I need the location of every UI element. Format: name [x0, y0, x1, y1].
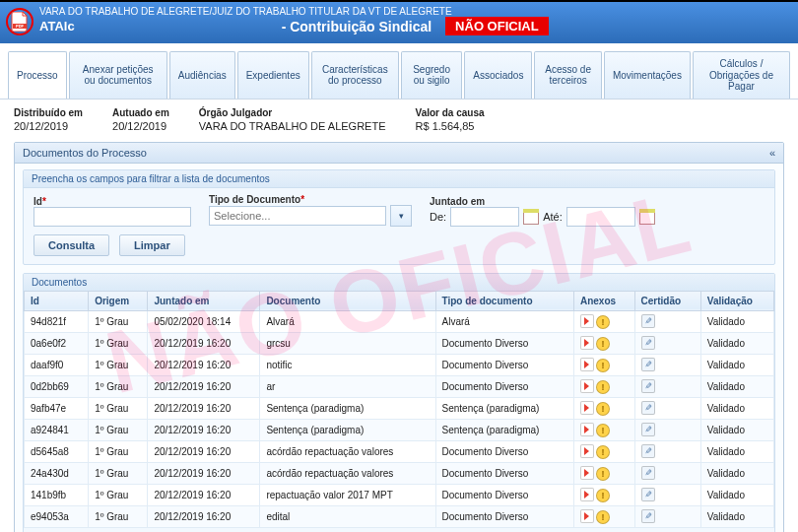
pdf-icon[interactable]	[580, 466, 594, 480]
certidao-cell	[634, 505, 700, 527]
table-row[interactable]: a9248411º Grau20/12/2019 16:20Sentença (…	[25, 419, 774, 440]
cert-icon[interactable]	[641, 358, 655, 371]
tab-9[interactable]: Cálculos / Obrigações de Pagar	[693, 51, 790, 99]
tab-5[interactable]: Segredo ou sigilo	[401, 51, 462, 99]
documentos-list-panel: Documentos IdOrigemJuntado emDocumentoTi…	[23, 273, 775, 533]
date-from-input[interactable]	[450, 207, 519, 227]
cert-icon[interactable]	[641, 444, 655, 458]
calendar-from-icon[interactable]	[523, 209, 539, 225]
tipo-input[interactable]	[209, 206, 386, 226]
table-cell: 9afb47e	[25, 397, 89, 419]
table-row[interactable]: 9afb47e1º Grau20/12/2019 16:20Sentença (…	[25, 397, 774, 419]
warn-icon[interactable]	[596, 445, 610, 459]
valor-value: R$ 1.564,85	[416, 120, 485, 132]
table-cell: 20/12/2019 16:20	[148, 354, 260, 375]
header-case-code: ATAlc	[39, 19, 75, 33]
consulta-button[interactable]: Consulta	[33, 234, 109, 256]
warn-icon[interactable]	[596, 359, 610, 372]
table-cell: e94053a	[25, 505, 89, 527]
autuado-label: Autuado em	[112, 107, 169, 118]
table-header[interactable]: Tipo de documento	[435, 291, 573, 310]
pdf-icon[interactable]	[580, 444, 594, 458]
table-row[interactable]: 0a6e0f21º Grau20/12/2019 16:20grcsuDocum…	[25, 332, 774, 354]
table-cell: 05/02/2020 18:14	[148, 310, 260, 332]
orgao-label: Órgão Julgador	[199, 107, 386, 118]
pdf-icon[interactable]	[580, 488, 594, 501]
table-header[interactable]: Id	[25, 291, 89, 310]
table-cell: 0d2bb69	[25, 375, 89, 397]
warn-icon[interactable]	[596, 380, 610, 394]
pdf-icon[interactable]	[580, 358, 594, 371]
header-court-line: VARA DO TRABALHO DE ALEGRETE/JUIZ DO TRA…	[39, 6, 790, 17]
cert-icon[interactable]	[641, 314, 655, 328]
tab-3[interactable]: Expedientes	[237, 51, 309, 99]
tab-7[interactable]: Acesso de terceiros	[534, 51, 601, 99]
tab-6[interactable]: Associados	[464, 51, 532, 99]
table-cell: grcsu	[260, 332, 435, 354]
id-input[interactable]	[33, 207, 191, 227]
table-header[interactable]: Validação	[700, 291, 773, 310]
table-row[interactable]: d5645a81º Grau20/12/2019 16:20acórdão re…	[25, 440, 774, 462]
tab-1[interactable]: Anexar petições ou documentos	[69, 51, 167, 99]
tab-4[interactable]: Características do processo	[311, 51, 399, 99]
table-cell: 1º Grau	[89, 462, 148, 484]
filter-title: Preencha os campos para filtrar a lista …	[24, 170, 774, 188]
table-cell: 20/12/2019 16:20	[148, 440, 260, 462]
pdf-icon[interactable]	[580, 336, 594, 350]
warn-icon[interactable]	[596, 489, 610, 502]
anexos-cell	[573, 332, 634, 354]
limpar-button[interactable]: Limpar	[119, 234, 185, 256]
table-header[interactable]: Anexos	[573, 291, 634, 310]
warn-icon[interactable]	[596, 315, 610, 329]
tab-8[interactable]: Movimentações	[604, 51, 691, 99]
calendar-to-icon[interactable]	[639, 209, 655, 225]
table-row[interactable]: 0d2bb691º Grau20/12/2019 16:20arDocument…	[25, 375, 774, 397]
badge-nao-oficial: NÃO OFICIAL	[445, 17, 549, 35]
table-header[interactable]: Juntado em	[148, 291, 260, 310]
warn-icon[interactable]	[596, 337, 610, 351]
panel-collapse-icon[interactable]: «	[769, 147, 775, 159]
cert-icon[interactable]	[641, 466, 655, 480]
meta-row: Distribuído em 20/12/2019 Autuado em 20/…	[14, 107, 784, 132]
cert-icon[interactable]	[641, 488, 655, 501]
validacao-cell: Validado	[700, 310, 773, 332]
table-cell: ar	[260, 375, 435, 397]
table-header[interactable]: Documento	[260, 291, 435, 310]
cert-icon[interactable]	[641, 401, 655, 415]
pdf-icon[interactable]	[580, 509, 594, 523]
tab-0[interactable]: Processo	[8, 51, 67, 99]
tipo-dropdown-button[interactable]	[390, 205, 412, 227]
table-cell: Documento Diverso	[435, 505, 573, 527]
certidao-cell	[634, 397, 700, 419]
cert-icon[interactable]	[641, 336, 655, 350]
de-label: De:	[430, 211, 446, 223]
cert-icon[interactable]	[641, 509, 655, 523]
table-row[interactable]: e94053a1º Grau20/12/2019 16:20editalDocu…	[25, 505, 774, 527]
warn-icon[interactable]	[596, 424, 610, 437]
table-cell: 20/12/2019 16:20	[148, 505, 260, 527]
table-row[interactable]: daaf9f01º Grau20/12/2019 16:20notificDoc…	[25, 354, 774, 375]
pdf-badge-icon[interactable]: PDF	[6, 8, 33, 35]
pdf-icon[interactable]	[580, 423, 594, 436]
table-cell: acórdão repactuação valores	[260, 462, 435, 484]
table-row[interactable]: 141b9fb1º Grau20/12/2019 16:20repactuaçã…	[25, 484, 774, 505]
table-header[interactable]: Certidão	[634, 291, 700, 310]
table-cell: 24a430d	[25, 462, 89, 484]
table-cell: 1º Grau	[89, 505, 148, 527]
cert-icon[interactable]	[641, 423, 655, 436]
table-cell: Documento Diverso	[435, 375, 573, 397]
pdf-icon[interactable]	[580, 401, 594, 415]
warn-icon[interactable]	[596, 510, 610, 524]
warn-icon[interactable]	[596, 467, 610, 481]
table-row[interactable]: 94d821f1º Grau05/02/2020 18:14AlvaráAlva…	[25, 310, 774, 332]
table-cell: 141b9fb	[25, 484, 89, 505]
tab-2[interactable]: Audiências	[169, 51, 235, 99]
table-header[interactable]: Origem	[89, 291, 148, 310]
pdf-icon[interactable]	[580, 314, 594, 328]
cert-icon[interactable]	[641, 379, 655, 393]
validacao-cell: Validado	[700, 462, 773, 484]
pdf-icon[interactable]	[580, 379, 594, 393]
warn-icon[interactable]	[596, 402, 610, 416]
date-to-input[interactable]	[566, 207, 635, 227]
table-row[interactable]: 24a430d1º Grau20/12/2019 16:20acórdão re…	[25, 462, 774, 484]
